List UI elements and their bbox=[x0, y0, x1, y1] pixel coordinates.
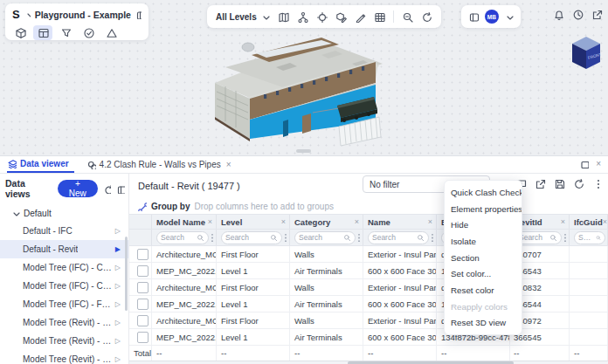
group-by-dropzone[interactable]: Group by Drop columns here to add to gro… bbox=[129, 198, 608, 214]
remove-column-icon[interactable]: × bbox=[208, 217, 212, 226]
column-menu-icon[interactable] bbox=[211, 233, 214, 243]
markup-cube-icon[interactable] bbox=[335, 11, 347, 23]
share-export-icon[interactable] bbox=[591, 9, 603, 20]
search-model-input[interactable]: Search bbox=[156, 231, 209, 244]
remove-column-icon[interactable]: × bbox=[281, 217, 286, 226]
menu-item-reset-3d-view[interactable]: Reset 3D view bbox=[445, 315, 522, 332]
notifications-bell-icon[interactable] bbox=[553, 9, 564, 20]
row-checkbox[interactable] bbox=[137, 249, 149, 260]
panel-right-icon[interactable] bbox=[468, 11, 480, 23]
refresh-icon[interactable] bbox=[103, 184, 112, 194]
column-menu-icon[interactable] bbox=[284, 233, 287, 243]
col-model-name[interactable]: Model Name× bbox=[152, 215, 217, 229]
sidebar-item-default-ifc[interactable]: Default - IFC▷ bbox=[0, 222, 128, 240]
menu-item-hide[interactable]: Hide bbox=[445, 216, 522, 233]
menu-item-set-color[interactable]: Set color... bbox=[445, 265, 522, 282]
col-level[interactable]: Level× bbox=[217, 215, 290, 229]
sidebar-scrollbar[interactable] bbox=[125, 237, 128, 311]
levels-tree-icon[interactable] bbox=[297, 11, 308, 23]
close-panel-icon[interactable]: × bbox=[596, 159, 601, 168]
panel-resize-handle[interactable] bbox=[296, 149, 311, 153]
chevron-down-icon[interactable] bbox=[504, 12, 514, 22]
sidebar-item-mt-revit-components[interactable]: Model Tree (Revit) - Components▷ bbox=[0, 313, 128, 332]
grid-table-icon[interactable] bbox=[374, 11, 385, 23]
table-row[interactable]: MEP_MC_2022.rvtLevel 1 Air Terminals600 … bbox=[129, 329, 608, 346]
table-row[interactable]: MEP_MC_2022.rvtLevel 1 Air Terminals600 … bbox=[129, 263, 608, 279]
save-icon[interactable] bbox=[554, 178, 565, 189]
sidebar-item-mt-revit-containment[interactable]: Model Tree (Revit) - Containment▷ bbox=[0, 332, 128, 350]
col-category[interactable]: Category× bbox=[290, 215, 363, 229]
search-ifcguid-input[interactable]: Search bbox=[574, 231, 605, 244]
account-card: MB bbox=[461, 5, 521, 28]
apply-view-icon[interactable]: ▶ bbox=[115, 245, 121, 253]
apply-view-icon[interactable]: ▷ bbox=[115, 319, 121, 326]
search-level-input[interactable]: Search bbox=[221, 231, 282, 244]
remove-column-icon[interactable]: × bbox=[428, 217, 432, 226]
row-checkbox[interactable] bbox=[137, 299, 149, 310]
search-name-input[interactable]: Search bbox=[368, 231, 429, 244]
column-menu-icon[interactable] bbox=[563, 233, 567, 243]
remove-column-icon[interactable]: × bbox=[603, 217, 607, 226]
sidebar-item-default-revit[interactable]: Default - Revit▶ bbox=[0, 240, 128, 258]
menu-item-reset-color[interactable]: Reset color bbox=[445, 282, 522, 299]
sidebar-item-mt-ifc-containment[interactable]: Model Tree (IFC) - Containment▷ bbox=[0, 277, 128, 295]
app-logo[interactable]: S bbox=[12, 9, 20, 20]
table-row[interactable]: MEP_MC_2022.rvtLevel 1 Air Terminals600 … bbox=[129, 296, 608, 312]
apply-view-icon[interactable]: ▷ bbox=[115, 355, 121, 363]
search-category-input[interactable]: Search bbox=[294, 231, 356, 244]
viewport-3d[interactable]: S Playground - Example bbox=[0, 0, 608, 155]
data-table-button[interactable] bbox=[33, 25, 52, 40]
maximize-panel-icon[interactable] bbox=[579, 159, 589, 168]
col-name[interactable]: Name× bbox=[363, 215, 437, 229]
remove-column-icon[interactable]: × bbox=[561, 217, 565, 226]
measure-pencil-icon[interactable] bbox=[355, 11, 366, 23]
apply-view-icon[interactable]: ▷ bbox=[115, 337, 121, 345]
row-checkbox[interactable] bbox=[137, 265, 149, 277]
navigation-cube[interactable]: FRONT bbox=[567, 32, 605, 74]
app-window: S Playground - Example bbox=[0, 0, 608, 364]
history-clock-icon[interactable] bbox=[572, 9, 584, 20]
menu-item-element-properties[interactable]: Element properties bbox=[445, 201, 522, 217]
level-filter-dropdown[interactable]: All Levels bbox=[216, 12, 270, 22]
sidebar-item-mt-ifc-federated[interactable]: Model Tree (IFC) - Federated Floor▷ bbox=[0, 295, 128, 313]
check-circle-button[interactable] bbox=[79, 25, 98, 40]
remove-column-icon[interactable]: × bbox=[355, 217, 359, 226]
avatar[interactable]: MB bbox=[485, 10, 499, 24]
row-checkbox[interactable] bbox=[137, 282, 149, 293]
new-view-button[interactable]: + New bbox=[58, 180, 97, 197]
menu-item-isolate[interactable]: Isolate bbox=[445, 233, 522, 250]
export-icon[interactable] bbox=[535, 178, 546, 189]
collapse-panel-icon[interactable] bbox=[116, 184, 125, 194]
kebab-menu-icon[interactable] bbox=[592, 178, 604, 189]
focus-target-icon[interactable] bbox=[316, 11, 328, 23]
column-menu-icon[interactable] bbox=[357, 233, 361, 243]
apply-view-icon[interactable]: ▷ bbox=[115, 264, 121, 271]
table-row[interactable]: Architecture_MC_2022.rvtFirst Floor Wall… bbox=[129, 246, 608, 263]
apply-view-icon[interactable]: ▷ bbox=[115, 300, 121, 308]
map-icon[interactable] bbox=[278, 11, 289, 23]
zoom-window-icon[interactable] bbox=[402, 11, 413, 23]
close-tab-icon[interactable]: × bbox=[226, 160, 231, 169]
apply-view-icon[interactable]: ▷ bbox=[115, 282, 121, 290]
table-row[interactable]: Architecture_MC_2022.rvtFirst Floor Wall… bbox=[129, 279, 608, 296]
table-row[interactable]: Architecture_MC_2022.rvtFirst Floor Wall… bbox=[129, 312, 608, 329]
column-menu-icon[interactable] bbox=[431, 233, 434, 243]
filter-button[interactable] bbox=[56, 25, 75, 40]
triangle-button[interactable] bbox=[101, 25, 121, 40]
tree-root-default[interactable]: Default bbox=[0, 204, 128, 222]
apply-view-icon[interactable]: ▷ bbox=[115, 227, 121, 235]
menu-item-quick-clash-check[interactable]: Quick Clash Check bbox=[445, 184, 522, 201]
chevron-down-icon[interactable] bbox=[24, 10, 31, 19]
model-cube-button[interactable] bbox=[10, 25, 30, 40]
col-ifcguid[interactable]: IfcGuid× bbox=[570, 215, 608, 229]
sidebar-item-mt-ifc-components[interactable]: Model Tree (IFC) - Components▷ bbox=[0, 258, 128, 277]
sidebar-item-mt-revit-federated[interactable]: Model Tree (Revit) - Federated Flo...▷ bbox=[0, 350, 128, 364]
menu-item-section[interactable]: Section bbox=[445, 250, 522, 266]
row-checkbox[interactable] bbox=[137, 332, 149, 343]
tab-data-viewer[interactable]: Data viewer bbox=[7, 156, 74, 173]
refresh-table-icon[interactable] bbox=[573, 178, 584, 189]
tab-clash-rule[interactable]: 4.2 Clash Rule - Walls vs Pipes × bbox=[86, 156, 231, 173]
row-checkbox[interactable] bbox=[137, 315, 149, 326]
panel-toggle-icon[interactable] bbox=[135, 10, 142, 19]
rotate-view-icon[interactable] bbox=[421, 11, 432, 23]
